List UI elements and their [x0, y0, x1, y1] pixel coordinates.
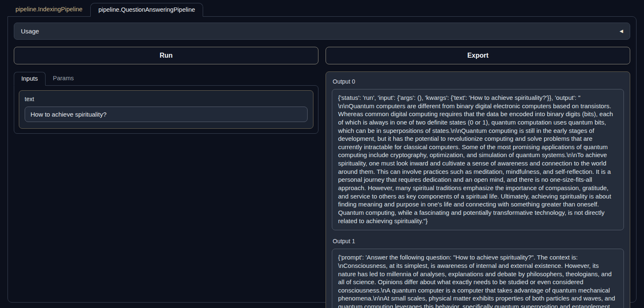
- pipeline-tab-bar: pipeline.IndexingPipeline pipeline.Quest…: [8, 3, 636, 16]
- output-1-label: Output 1: [333, 238, 624, 244]
- left-column: Run Inputs Params text: [14, 47, 318, 134]
- run-button[interactable]: Run: [14, 47, 318, 64]
- pipeline-tab-content: Usage ◀ Run Inputs Params text Export Ou…: [8, 16, 636, 303]
- text-field-label: text: [25, 96, 308, 102]
- content-columns: Run Inputs Params text Export Output 0 {…: [14, 47, 630, 308]
- inputs-tab-content: text: [14, 85, 318, 134]
- output-0-label: Output 0: [333, 78, 624, 85]
- usage-accordion[interactable]: Usage ◀: [14, 23, 630, 40]
- text-input-group: text: [19, 90, 313, 129]
- inputs-params-tab-bar: Inputs Params: [14, 71, 318, 85]
- tab-inputs[interactable]: Inputs: [14, 72, 46, 86]
- right-column: Export Output 0 {'status': 'run', 'input…: [326, 47, 630, 308]
- tab-params[interactable]: Params: [46, 71, 81, 85]
- output-1-textbox[interactable]: {'prompt': 'Answer the following questio…: [332, 249, 624, 308]
- text-input[interactable]: [25, 107, 308, 122]
- outputs-panel: Output 0 {'status': 'run', 'input': {'ar…: [326, 71, 630, 308]
- tab-question-answering-pipeline[interactable]: pipeline.QuestionAnsweringPipeline: [90, 3, 203, 17]
- tab-indexing-pipeline[interactable]: pipeline.IndexingPipeline: [8, 3, 90, 16]
- usage-accordion-label: Usage: [21, 28, 39, 35]
- output-0-textbox[interactable]: {'status': 'run', 'input': {'args': (), …: [332, 89, 624, 230]
- export-button[interactable]: Export: [326, 47, 630, 64]
- accordion-collapse-icon[interactable]: ◀: [620, 29, 623, 33]
